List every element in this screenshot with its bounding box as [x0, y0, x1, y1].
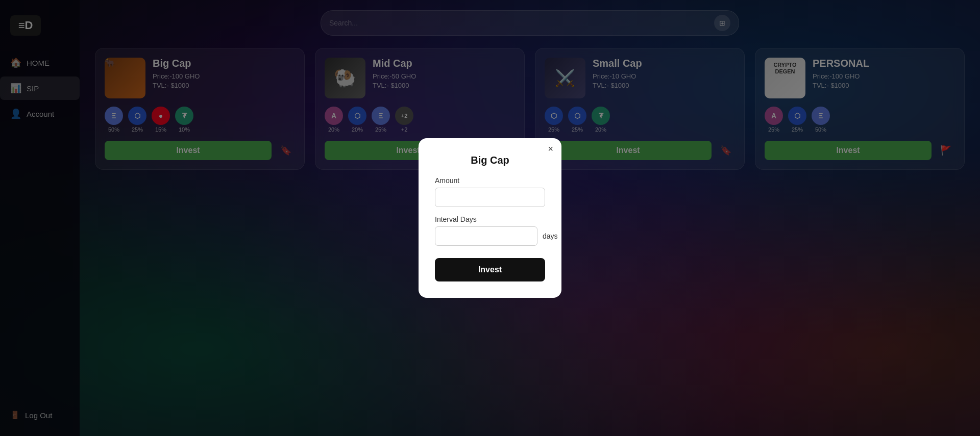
- interval-row: days: [435, 226, 545, 246]
- interval-days-input[interactable]: [435, 226, 537, 246]
- modal-close-button[interactable]: ×: [548, 144, 553, 153]
- amount-input[interactable]: [435, 188, 545, 207]
- modal-invest-button[interactable]: Invest: [435, 258, 545, 281]
- modal-title: Big Cap: [435, 155, 545, 166]
- interval-label: Interval Days: [435, 215, 545, 223]
- amount-label: Amount: [435, 176, 545, 185]
- invest-modal: × Big Cap Amount Interval Days days Inve…: [419, 138, 561, 298]
- modal-overlay[interactable]: × Big Cap Amount Interval Days days Inve…: [0, 0, 980, 436]
- days-label: days: [543, 232, 558, 240]
